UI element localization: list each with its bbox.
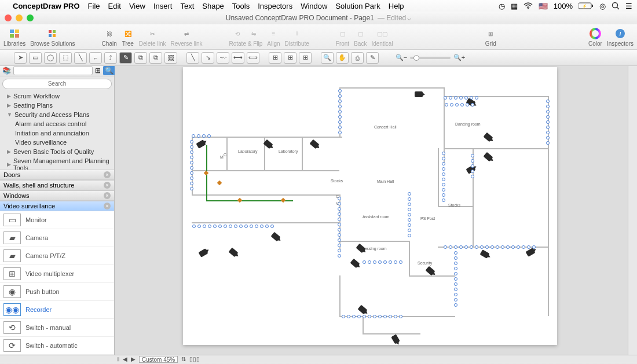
menu-solutionpark[interactable]: Solution Park <box>335 2 380 10</box>
menu-window[interactable]: Window <box>301 2 327 10</box>
tool-textbox[interactable]: ⬚ <box>59 52 72 64</box>
tb-grid[interactable]: ⊞Grid <box>484 27 497 47</box>
user-icon[interactable]: ◎ <box>599 2 606 10</box>
tb-rotate-flip[interactable]: ⟲⇋Rotate & Flip <box>229 27 263 47</box>
zoom-in-icon[interactable]: 🔍+ <box>453 52 466 64</box>
menu-text[interactable]: Text <box>180 2 194 10</box>
menu-help[interactable]: Help <box>389 2 404 10</box>
search-input[interactable] <box>2 79 112 89</box>
shape-recorder[interactable]: ◉◉Recorder <box>0 301 114 319</box>
menu-edit[interactable]: Edit <box>108 2 121 10</box>
close-icon[interactable]: × <box>104 192 111 199</box>
menu-view[interactable]: View <box>129 2 145 10</box>
clock-icon[interactable]: ◷ <box>499 2 505 10</box>
tool-rect[interactable]: ▭ <box>29 52 42 64</box>
stepper-icon[interactable]: ⇅ <box>181 356 186 362</box>
cat-seven-mgmt[interactable]: ▶Seven Management and Planning Tools <box>0 156 114 170</box>
camera-icon[interactable] <box>483 133 493 142</box>
tb-distribute[interactable]: ⦀Distribute <box>285 27 309 47</box>
shape-multiplexer[interactable]: ⊞Video multiplexer <box>0 265 114 283</box>
tb-tree[interactable]: 🔀Tree <box>122 27 134 47</box>
cat-seating[interactable]: ▶Seating Plans <box>0 101 114 110</box>
camera-icon[interactable] <box>357 305 367 315</box>
camera-icon[interactable] <box>350 259 360 269</box>
search-toggle-icon[interactable]: 🔍 <box>103 66 115 75</box>
tb-chain[interactable]: ⛓Chain <box>102 27 117 47</box>
tb-back[interactable]: ▢Back <box>354 27 367 47</box>
camera-icon[interactable] <box>415 91 423 97</box>
tool-eyedrop[interactable]: ✎ <box>366 52 379 64</box>
cat-initiation[interactable]: Initiation and annunciation <box>0 128 114 138</box>
tb-inspectors[interactable]: iInspectors <box>607 27 634 47</box>
tool-image[interactable]: 🖼 <box>164 52 177 64</box>
tool-spline[interactable]: 〰 <box>217 52 229 64</box>
tool-arrow[interactable]: ↘ <box>202 52 214 64</box>
tb-libraries[interactable]: Libraries <box>3 27 25 47</box>
scroll-left-icon[interactable]: ◀ <box>123 356 127 362</box>
zoom-select[interactable]: Custom 45% <box>139 356 178 363</box>
tool-table3[interactable]: ⊞ <box>299 52 312 64</box>
app-name[interactable]: ConceptDraw PRO <box>13 2 80 10</box>
flag-icon[interactable]: 🇺🇸 <box>539 2 548 10</box>
zoom-out-icon[interactable]: 🔍− <box>395 52 408 64</box>
tool-hand[interactable]: ✋ <box>336 52 349 64</box>
tool-dim-h[interactable]: ⟷ <box>232 52 244 64</box>
camera-icon[interactable] <box>483 152 493 162</box>
library-toggle-icon[interactable]: 📚 <box>2 67 11 75</box>
tb-browse-solutions[interactable]: Browse Solutions <box>30 27 75 47</box>
menu-tools[interactable]: Tools <box>232 2 250 10</box>
scroll-handle-icon[interactable]: ⦀ <box>117 356 119 363</box>
camera-icon[interactable] <box>525 248 535 257</box>
tool-connector[interactable]: ⌐ <box>89 52 102 64</box>
close-icon[interactable]: × <box>104 203 111 209</box>
cat-security[interactable]: ▼Security and Access Plans <box>0 110 114 119</box>
camera-icon[interactable] <box>198 248 208 258</box>
tb-delete-link[interactable]: ✂Delete link <box>139 27 166 47</box>
camera-icon[interactable] <box>391 334 400 344</box>
canvas[interactable]: Concert Hall Dancing room Laboratory Lab… <box>115 66 628 355</box>
tool-pen[interactable]: ✎ <box>119 52 132 64</box>
menu-file[interactable]: File <box>88 2 100 10</box>
menu-insert[interactable]: Insert <box>153 2 173 10</box>
zoom-slider[interactable] <box>410 57 451 59</box>
tool-line2[interactable]: ╲ <box>186 52 199 64</box>
camera-icon[interactable] <box>309 139 319 149</box>
tool-arc[interactable]: ⤴ <box>104 52 117 64</box>
page-tabs[interactable]: ▯▯▯ <box>189 356 200 362</box>
tool-group2[interactable]: ⧉ <box>149 52 162 64</box>
tool-zoom[interactable]: 🔍 <box>321 52 334 64</box>
spotlight-icon[interactable] <box>612 2 620 10</box>
lib-windows[interactable]: Windows× <box>0 190 114 201</box>
right-scrollbar[interactable] <box>628 66 637 355</box>
grid-icon[interactable]: ▦ <box>511 2 518 10</box>
battery-icon[interactable]: ⚡ <box>579 2 594 9</box>
tool-group1[interactable]: ⧉ <box>134 52 147 64</box>
shape-camera-ptz[interactable]: ▰Camera P/T/Z <box>0 247 114 265</box>
tool-line[interactable]: ╲ <box>74 52 87 64</box>
camera-icon[interactable] <box>425 266 435 276</box>
tool-table2[interactable]: ⊞ <box>284 52 296 64</box>
tb-identical[interactable]: ▢▢Identical <box>371 27 393 47</box>
tb-front[interactable]: ▢Front <box>336 27 349 47</box>
cat-scrum[interactable]: ▶Scrum Workflow <box>0 91 114 101</box>
close-icon[interactable]: × <box>104 171 111 178</box>
menu-inspectors[interactable]: Inspectors <box>258 2 292 10</box>
lib-videosurv[interactable]: Video surveillance× <box>0 201 114 211</box>
camera-icon[interactable] <box>356 244 365 253</box>
cat-videosurv[interactable]: Video surveillance <box>0 138 114 147</box>
shape-pushbutton[interactable]: ◉Push button <box>0 283 114 301</box>
wifi-icon[interactable] <box>523 2 533 9</box>
shape-switch-auto[interactable]: ⟳Switch - automatic <box>0 337 114 355</box>
tb-align[interactable]: ≡Align <box>267 27 280 47</box>
close-button[interactable] <box>5 14 12 21</box>
tool-ellipse[interactable]: ◯ <box>44 52 57 64</box>
tb-reverse-link[interactable]: ⇄Reverse link <box>170 27 202 47</box>
sidebar-filter-input[interactable] <box>13 66 93 75</box>
shape-switch-manual[interactable]: ⟲Switch - manual <box>0 319 114 337</box>
shape-monitor[interactable]: ▭Monitor <box>0 211 114 229</box>
camera-icon[interactable] <box>228 248 238 258</box>
camera-icon[interactable] <box>196 139 206 149</box>
menu-shape[interactable]: Shape <box>202 2 224 10</box>
lib-doors[interactable]: Doors× <box>0 170 114 180</box>
maximize-button[interactable] <box>27 14 34 21</box>
